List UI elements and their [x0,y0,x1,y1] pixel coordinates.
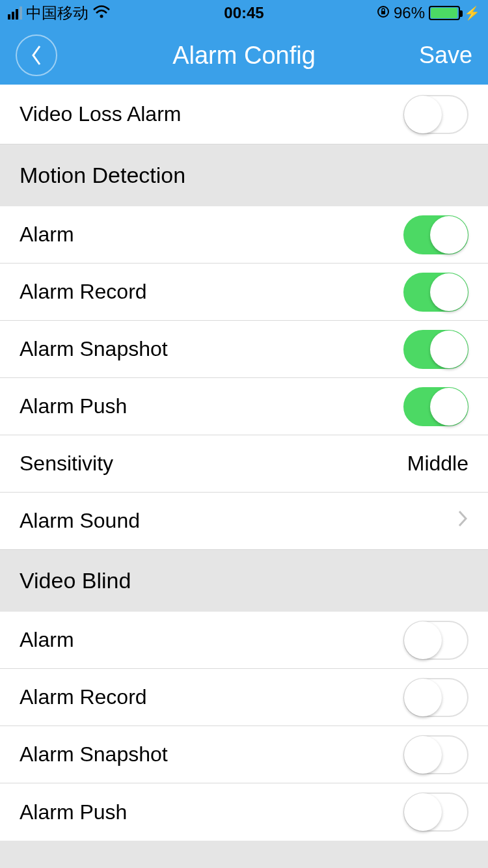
motion-push-label: Alarm Push [20,394,127,418]
svg-point-0 [100,15,103,18]
row-video-loss-alarm: Video Loss Alarm [0,85,488,144]
motion-push-toggle[interactable] [403,387,468,426]
row-blind-snapshot: Alarm Snapshot [0,726,488,783]
charging-icon: ⚡ [464,5,480,21]
rotation-lock-icon [377,4,390,22]
back-button[interactable] [16,34,57,76]
blind-alarm-label: Alarm [20,628,74,652]
motion-record-toggle[interactable] [403,273,468,312]
sensitivity-label: Sensitivity [20,452,113,476]
row-alarm-sound[interactable]: Alarm Sound [0,493,488,550]
motion-snapshot-toggle[interactable] [403,330,468,369]
blind-push-label: Alarm Push [20,800,127,824]
svg-rect-2 [381,11,385,14]
motion-record-label: Alarm Record [20,280,147,304]
row-blind-push: Alarm Push [0,783,488,841]
content: Video Loss Alarm Motion Detection Alarm … [0,85,488,841]
status-left: 中国移动 [8,3,111,23]
wifi-icon [92,4,111,22]
motion-alarm-label: Alarm [20,223,74,247]
carrier-label: 中国移动 [26,3,88,23]
battery-pct-label: 96% [394,4,425,22]
motion-alarm-toggle[interactable] [403,215,468,254]
row-blind-alarm: Alarm [0,612,488,669]
blind-snapshot-label: Alarm Snapshot [20,742,168,766]
section-motion-detection: Motion Detection [0,144,488,206]
row-motion-record: Alarm Record [0,264,488,321]
blind-push-toggle[interactable] [403,793,468,832]
chevron-right-icon [457,509,468,534]
row-motion-snapshot: Alarm Snapshot [0,321,488,378]
nav-bar: Alarm Config Save [0,26,488,85]
sensitivity-value: Middle [407,452,468,476]
battery-icon [429,6,460,20]
row-motion-push: Alarm Push [0,378,488,435]
row-blind-record: Alarm Record [0,669,488,726]
blind-record-toggle[interactable] [403,678,468,717]
motion-snapshot-label: Alarm Snapshot [20,337,168,361]
section-video-blind: Video Blind [0,550,488,612]
blind-alarm-toggle[interactable] [403,621,468,660]
save-button[interactable]: Save [419,42,472,69]
blind-snapshot-toggle[interactable] [403,735,468,774]
video-loss-toggle[interactable] [403,95,468,134]
row-motion-alarm: Alarm [0,206,488,264]
alarm-sound-label: Alarm Sound [20,509,140,533]
status-bar: 中国移动 00:45 96% ⚡ [0,0,488,26]
blind-record-label: Alarm Record [20,685,147,709]
row-sensitivity[interactable]: Sensitivity Middle [0,435,488,493]
signal-icon [8,7,22,20]
status-right: 96% ⚡ [377,4,480,22]
page-title: Alarm Config [0,42,488,70]
video-loss-label: Video Loss Alarm [20,102,181,126]
